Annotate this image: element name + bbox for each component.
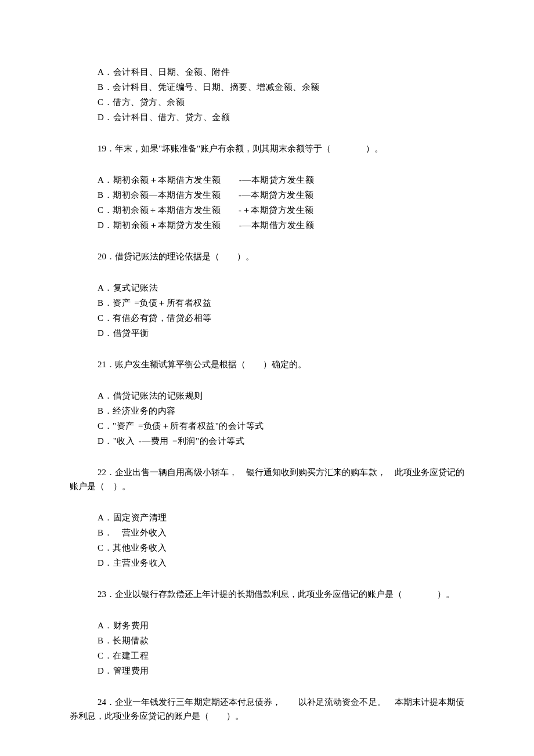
option-b: B．期初余额—本期借方发生额 -—本期贷方发生额 bbox=[98, 188, 464, 202]
option-c: C．有借必有贷，借贷必相等 bbox=[98, 311, 464, 325]
option-d: D．"收入 -—费用 =利润"的会计等式 bbox=[98, 434, 464, 448]
option-a: A．期初余额＋本期借方发生额 -—本期贷方发生额 bbox=[98, 173, 464, 187]
option-a: A．财务费用 bbox=[98, 618, 464, 632]
option-c: C．借方、贷方、余额 bbox=[98, 95, 464, 109]
option-b: B．资产 =负债＋所有者权益 bbox=[98, 296, 464, 310]
option-b: B．长期借款 bbox=[98, 634, 464, 648]
option-a: A．固定资产清理 bbox=[98, 511, 464, 525]
option-c: C．期初余额＋本期借方发生额 -＋本期贷方发生额 bbox=[98, 203, 464, 217]
option-b: B．经济业务的内容 bbox=[98, 404, 464, 418]
question-23: 23．企业以银行存款偿还上年计提的长期借款利息，此项业务应借记的账户是（ ）。 bbox=[98, 587, 464, 601]
option-a: A．会计科目、日期、金额、附件 bbox=[98, 65, 464, 79]
option-b: B． 营业外收入 bbox=[98, 526, 464, 540]
option-d: D．借贷平衡 bbox=[98, 326, 464, 340]
document-page: A．会计科目、日期、金额、附件 B．会计科目、凭证编号、日期、摘要、增减金额、余… bbox=[0, 0, 534, 756]
option-d: D．会计科目、借方、贷方、金额 bbox=[98, 110, 464, 124]
option-a: A．借贷记账法的记账规则 bbox=[98, 389, 464, 403]
option-d: D．主营业务收入 bbox=[98, 556, 464, 570]
question-21: 21．账户发生额试算平衡公式是根据（ ）确定的。 bbox=[98, 357, 464, 371]
option-d: D．期初余额＋本期贷方发生额 -—本期借方发生额 bbox=[98, 218, 464, 232]
question-20: 20．借贷记账法的理论依据是（ ）。 bbox=[98, 249, 464, 263]
option-c: C．"资产 =负债＋所有者权益"的会计等式 bbox=[98, 419, 464, 433]
option-b: B．会计科目、凭证编号、日期、摘要、增减金额、余额 bbox=[98, 80, 464, 94]
question-24: 24．企业一年钱发行三年期定期还本付息债券， 以补足流动资金不足。 本期末计提本… bbox=[70, 695, 464, 723]
question-19: 19．年末，如果"坏账准备"账户有余额，则其期末余额等于（ ）。 bbox=[98, 142, 464, 155]
option-d: D．管理费用 bbox=[98, 664, 464, 678]
option-a: A．复式记账法 bbox=[98, 281, 464, 295]
question-22: 22．企业出售一辆自用高级小轿车， 银行通知收到购买方汇来的购车款， 此项业务应… bbox=[70, 465, 464, 493]
option-c: C．在建工程 bbox=[98, 649, 464, 663]
option-c: C．其他业务收入 bbox=[98, 541, 464, 555]
